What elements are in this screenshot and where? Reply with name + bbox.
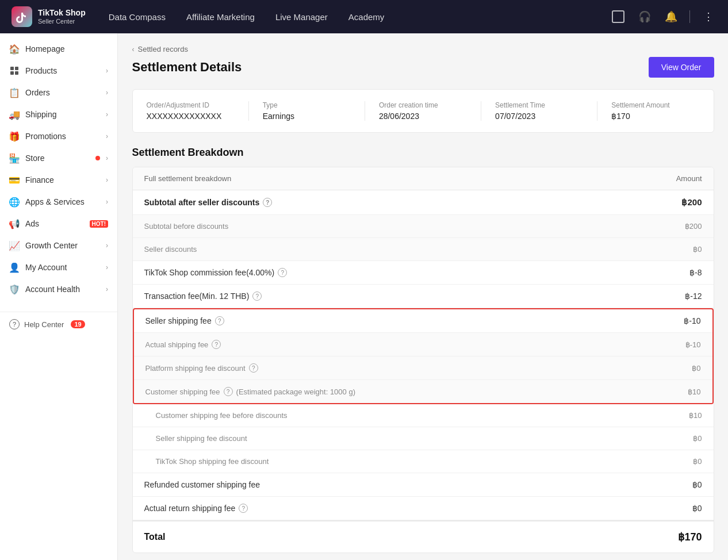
sidebar-item-promotions[interactable]: 🎁 Promotions › [0,125,117,147]
sidebar-item-products[interactable]: Products › [0,60,117,82]
order-type-label: Type [263,101,351,109]
row-label-subtotal-after: Subtotal after seller discounts ? [144,198,273,207]
nav-data-compass[interactable]: Data Compass [109,9,166,25]
sidebar-item-growth-center[interactable]: 📈 Growth Center › [0,235,117,256]
sidebar-item-shipping[interactable]: 🚚 Shipping › [0,103,117,125]
row-commission-fee: TikTok Shop commission fee(4.00%) ? ฿-8 [133,261,714,285]
apps-services-icon: 🌐 [9,197,20,207]
sidebar-item-apps-services[interactable]: 🌐 Apps & Services › [0,191,117,213]
help-icon-actual-shipping[interactable]: ? [212,340,221,349]
sidebar-label-homepage: Homepage [25,44,108,53]
ads-icon: 📢 [9,218,20,229]
products-arrow: › [106,67,108,75]
help-icon-commission[interactable]: ? [278,268,287,277]
row-label-commission-fee: TikTok Shop commission fee(4.00%) ? [144,268,288,277]
sidebar-label-apps-services: Apps & Services [25,197,100,206]
nav-academy[interactable]: Academy [348,9,385,25]
breadcrumb-link[interactable]: Settled records [138,45,188,53]
sidebar-item-orders[interactable]: 📋 Orders › [0,82,117,103]
page-title-row: Settlement Details View Order [132,57,714,78]
sidebar-item-account-health[interactable]: 🛡️ Account Health › [0,278,117,300]
svg-rect-4 [15,71,18,75]
row-value-transaction-fee: ฿-12 [685,291,702,301]
sidebar-item-my-account[interactable]: 👤 My Account › [0,256,117,278]
row-value-commission-fee: ฿-8 [689,268,702,277]
sidebar-label-growth-center: Growth Center [25,241,100,250]
shipping-icon: 🚚 [9,109,20,120]
sidebar-label-ads: Ads [25,219,82,228]
promotions-arrow: › [106,132,108,140]
total-row: Total ฿170 [133,520,714,553]
growth-center-arrow: › [106,241,108,250]
help-icon-transaction[interactable]: ? [252,291,262,301]
help-icon-return-shipping[interactable]: ? [239,504,248,513]
row-label-refunded-shipping: Refunded customer shipping fee [144,480,260,489]
sidebar-item-homepage[interactable]: 🏠 Homepage [0,38,117,60]
sidebar-item-ads[interactable]: 📢 Ads HOT! [0,213,117,235]
help-icon-customer-shipping[interactable]: ? [224,387,233,396]
top-navigation: TikTok Shop Seller Center Data Compass A… [0,0,728,33]
breakdown-header: Full settlement breakdown Amount [133,167,714,190]
growth-center-icon: 📈 [9,240,20,251]
main-layout: 🏠 Homepage Products › 📋 Orders › 🚚 Shipp… [0,33,728,560]
my-account-icon: 👤 [9,262,20,273]
help-center[interactable]: ? Help Center 19 [0,312,117,336]
sidebar: 🏠 Homepage Products › 📋 Orders › 🚚 Shipp… [0,33,118,560]
row-seller-shipping-discount: Seller shipping fee discount ฿0 [133,427,714,450]
headset-icon[interactable]: 🎧 [637,9,653,25]
nav-links: Data Compass Affiliate Marketing Live Ma… [109,9,610,25]
row-label-customer-shipping-before: Customer shipping fee before discounts [144,411,288,420]
shop-icon[interactable] [610,9,626,25]
sidebar-label-shipping: Shipping [25,110,100,119]
row-value-actual-return-shipping: ฿0 [692,504,702,513]
row-label-customer-shipping-fee: Customer shipping fee ? (Estimated packa… [145,387,355,396]
sidebar-item-finance[interactable]: 💳 Finance › [0,169,117,191]
view-order-button[interactable]: View Order [649,57,714,78]
breadcrumb: ‹ Settled records [132,45,714,53]
row-value-refunded-shipping: ฿0 [692,480,702,489]
help-icon-subtotal-after[interactable]: ? [263,198,272,207]
nav-divider [689,10,690,23]
sidebar-label-products: Products [25,66,100,75]
content-inner: ‹ Settled records Settlement Details Vie… [118,33,728,560]
row-value-subtotal-after: ฿200 [681,197,702,208]
finance-arrow: › [106,176,108,184]
finance-icon: 💳 [9,175,20,185]
sidebar-item-store[interactable]: 🏪 Store › [0,147,117,169]
row-label-seller-shipping-discount: Seller shipping fee discount [144,434,247,443]
logo[interactable]: TikTok Shop Seller Center [12,6,86,27]
row-label-seller-discounts: Seller discounts [144,245,197,254]
account-health-icon: 🛡️ [9,284,20,294]
row-value-customer-shipping-fee: ฿10 [688,388,700,396]
sidebar-label-orders: Orders [25,88,100,97]
help-center-label: Help Center [24,320,64,329]
help-icon-seller-shipping[interactable]: ? [215,316,224,325]
order-creation-label: Order creation time [379,101,467,109]
settlement-time-value: 07/07/2023 [495,112,583,121]
svg-rect-3 [10,71,14,75]
row-actual-shipping-fee: Actual shipping fee ? ฿-10 [134,333,712,356]
row-seller-discounts: Seller discounts ฿0 [133,238,714,261]
store-badge [95,156,100,160]
menu-icon[interactable]: ⋮ [700,9,716,25]
help-icon-platform-shipping[interactable]: ? [249,363,258,373]
shipping-arrow: › [106,110,108,118]
bell-icon[interactable]: 🔔 [663,9,679,25]
row-label-actual-shipping-fee: Actual shipping fee ? [145,340,221,349]
row-label-subtotal-before: Subtotal before discounts [144,222,229,231]
nav-live-manager[interactable]: Live Manager [275,9,328,25]
sidebar-label-store: Store [25,154,87,163]
order-id-value: XXXXXXXXXXXXXX [147,112,235,121]
order-info-card: Order/Adjustment ID XXXXXXXXXXXXXX Type … [132,89,714,133]
row-refunded-shipping: Refunded customer shipping fee ฿0 [133,473,714,497]
logo-brand: TikTok Shop [38,8,86,18]
order-creation-col: Order creation time 28/06/2023 [379,101,481,121]
content-area: ‹ Settled records Settlement Details Vie… [118,33,728,560]
orders-icon: 📋 [9,87,20,98]
row-customer-shipping-fee: Customer shipping fee ? (Estimated packa… [134,380,712,403]
sidebar-label-promotions: Promotions [25,132,100,141]
settlement-time-label: Settlement Time [495,101,583,109]
logo-icon [12,6,32,27]
nav-affiliate-marketing[interactable]: Affiliate Marketing [186,9,255,25]
row-label-actual-return-shipping: Actual return shipping fee ? [144,504,248,513]
